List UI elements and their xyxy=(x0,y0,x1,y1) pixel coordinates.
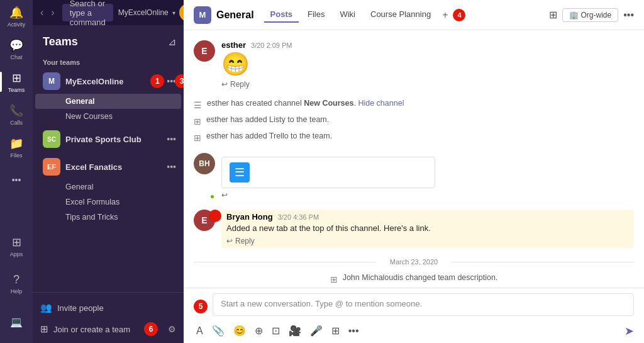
settings-icon[interactable]: ⚙ xyxy=(168,324,176,334)
tab-posts[interactable]: Posts xyxy=(264,7,299,23)
search-bar[interactable]: Search or type a command xyxy=(62,4,113,21)
sys-icon-2: ⊞ xyxy=(194,116,201,127)
team-avatar-myexcel: M xyxy=(43,72,60,90)
channel-general-myexcel[interactable]: General xyxy=(35,94,181,109)
team-name-fanatics: Excel Fanatics xyxy=(65,162,167,172)
author-esther-1: esther xyxy=(221,40,246,50)
user-name-label: MyExcelOnline xyxy=(118,8,169,17)
tab-course-planning[interactable]: Course Planning xyxy=(364,7,437,23)
user-area[interactable]: MyExcelOnline ▾ M xyxy=(118,4,184,21)
tab-add-button[interactable]: + xyxy=(440,7,450,23)
gif-icon[interactable]: ⊕ xyxy=(252,323,265,338)
teams-icon: ⊞ xyxy=(12,71,21,85)
channel-header: M General Posts Files Wiki Course Planni… xyxy=(184,0,644,30)
tutorial-badge-6: 6 xyxy=(144,322,158,336)
sys-msg-3: ⊞ esther has added Trello to the team. xyxy=(194,129,634,145)
team-badge-myexcel: 1 xyxy=(150,74,164,88)
org-wide-button[interactable]: 🏢 Org-wide xyxy=(562,8,619,22)
meeting-icon: ⊞ xyxy=(549,9,557,21)
rail-item-device[interactable]: 💻 xyxy=(0,305,33,338)
reply-button-1[interactable]: ↩ Reply xyxy=(221,80,634,89)
join-icon: ⊞ xyxy=(40,323,48,335)
author-esther-2: Bryan Hong xyxy=(226,212,273,222)
reply-button-2[interactable]: ↩ xyxy=(221,191,634,200)
team-more-fanatics[interactable]: ••• xyxy=(167,162,176,172)
message-1: E esther 3/20 2:09 PM 😁 ↩ Reply xyxy=(194,35,634,94)
rail-item-calls[interactable]: 📞 Calls xyxy=(0,98,33,131)
filter-icon[interactable]: ⊿ xyxy=(168,36,176,48)
message-3: E Bryan Hong 3/20 4:36 PM Added a new ta… xyxy=(194,205,634,253)
team-sports-club[interactable]: SC Private Sports Club ••• xyxy=(35,127,181,152)
rail-item-activity[interactable]: 🔔 Activity xyxy=(0,0,33,33)
rail-item-help[interactable]: ? Help xyxy=(0,267,33,300)
user-avatar: M xyxy=(179,4,184,21)
online-indicator xyxy=(209,194,215,200)
chat-area: E esther 3/20 2:09 PM 😁 ↩ Reply ☰ esther… xyxy=(184,30,644,288)
more-icon: ••• xyxy=(12,175,21,185)
nav-back-button[interactable]: ‹ xyxy=(38,4,46,21)
nav-forward-button[interactable]: › xyxy=(48,4,57,21)
channel-excel-formulas[interactable]: Excel Formulas xyxy=(35,194,181,210)
join-create-team-button[interactable]: ⊞ Join or create a team 6 ⚙ xyxy=(33,318,184,340)
msg-header-3: Bryan Hong 3/20 4:36 PM xyxy=(226,212,629,222)
rail-item-chat[interactable]: 💬 Chat xyxy=(0,33,33,65)
cp-card-icon: ☰ xyxy=(230,162,250,183)
time-1: 3/20 2:09 PM xyxy=(251,42,292,49)
msg-content-2: ☰ ↩ xyxy=(221,153,634,200)
rail-item-files[interactable]: 📁 Files xyxy=(0,131,33,164)
search-input: Search or type a command xyxy=(70,0,106,27)
hide-channel-link[interactable]: Hide channel xyxy=(358,99,404,108)
help-icon: ? xyxy=(13,273,19,286)
left-rail: 🔔 Activity 💬 Chat ⊞ Teams 📞 Calls 📁 File… xyxy=(0,0,33,343)
component-icon[interactable]: ⊞ xyxy=(329,323,342,338)
sticker-icon[interactable]: ⊡ xyxy=(269,323,282,338)
msg-content-3: Bryan Hong 3/20 4:36 PM Added a new tab … xyxy=(221,210,634,248)
chevron-down-icon: ▾ xyxy=(172,9,175,16)
more-tools-icon[interactable]: ••• xyxy=(346,324,362,338)
sidebar-header: Teams ⊿ xyxy=(33,25,184,53)
msg-text-3: Added a new tab at the top of this chann… xyxy=(226,223,629,234)
msg-emoji: 😁 xyxy=(221,51,634,77)
audio-icon[interactable]: 🎤 xyxy=(308,323,325,338)
date-separator: March 23, 2020 xyxy=(194,258,634,266)
compose-area: 5 Start a new conversation. Type @ to me… xyxy=(184,288,644,343)
sys-icon-1: ☰ xyxy=(194,100,202,110)
attach-icon[interactable]: 📎 xyxy=(209,323,227,338)
channel-badge-4: 4 xyxy=(453,9,465,21)
time-3: 3/20 4:36 PM xyxy=(278,213,319,221)
channel-general-fanatics[interactable]: General xyxy=(35,179,181,194)
compose-placeholder: Start a new conversation. Type @ to ment… xyxy=(221,299,422,308)
rail-item-apps[interactable]: ⊞ Apps xyxy=(0,230,33,262)
channel-new-courses[interactable]: New Courses xyxy=(35,109,181,124)
team-myexcelonline[interactable]: M MyExcelOnline 1 ••• 3 xyxy=(35,69,181,94)
compose-input[interactable]: Start a new conversation. Type @ to ment… xyxy=(213,293,634,316)
sys-icon-john: ⊞ xyxy=(330,274,338,284)
reply-button-3[interactable]: ↩ Reply xyxy=(226,237,629,245)
tutorial-badge-3: 3 xyxy=(175,74,184,88)
send-button[interactable]: ➤ xyxy=(625,324,634,338)
channel-more-icon[interactable]: ••• xyxy=(623,9,634,21)
team-excel-fanatics[interactable]: EF Excel Fanatics ••• xyxy=(35,154,181,179)
course-planning-card[interactable]: ☰ xyxy=(221,157,435,188)
sidebar-content: Your teams M MyExcelOnline 1 ••• 3 Gener… xyxy=(33,53,184,292)
team-name-myexcel: MyExcelOnline xyxy=(65,77,150,86)
invite-icon: 👥 xyxy=(40,302,52,313)
msg-header-1: esther 3/20 2:09 PM xyxy=(221,40,634,50)
team-more-sports[interactable]: ••• xyxy=(167,134,176,144)
format-icon[interactable]: A xyxy=(194,324,206,338)
rail-item-teams[interactable]: ⊞ Teams xyxy=(0,65,33,98)
org-wide-icon: 🏢 xyxy=(569,11,579,20)
files-icon: 📁 xyxy=(9,137,23,150)
tab-wiki[interactable]: Wiki xyxy=(333,7,362,23)
tutorial-badge-5: 5 xyxy=(194,300,208,313)
sidebar-footer: 👥 Invite people ⊞ Join or create a team … xyxy=(33,292,184,343)
your-teams-label: Your teams xyxy=(33,53,184,69)
tab-files[interactable]: Files xyxy=(301,7,331,23)
meet-icon[interactable]: 🎥 xyxy=(286,323,304,338)
channel-tips-tricks[interactable]: Tips and Tricks xyxy=(35,210,181,225)
invite-people-button[interactable]: 👥 Invite people xyxy=(33,298,184,318)
emoji-icon[interactable]: 😊 xyxy=(231,323,248,338)
invite-label: Invite people xyxy=(57,303,104,313)
rail-item-more[interactable]: ••• xyxy=(0,164,33,196)
team-name-sports: Private Sports Club xyxy=(65,135,167,144)
